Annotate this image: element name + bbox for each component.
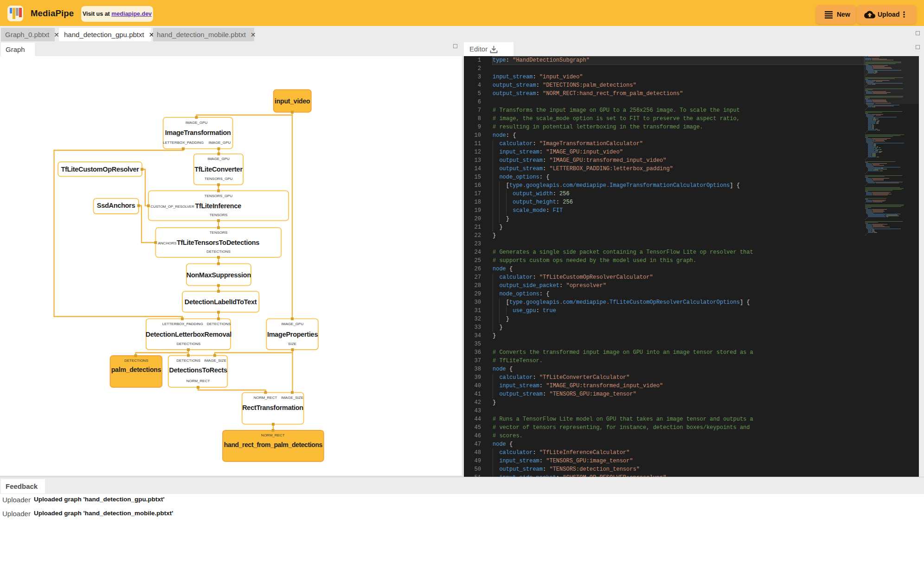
svg-text:DETECTIONS: DETECTIONS (176, 358, 200, 363)
svg-text:DetectionLetterboxRemoval: DetectionLetterboxRemoval (146, 331, 231, 338)
svg-text:NORM_RECT: NORM_RECT (261, 433, 285, 437)
svg-text:RectTransformation: RectTransformation (242, 404, 303, 411)
svg-text:TENSORS_GPU: TENSORS_GPU (205, 194, 233, 198)
svg-text:SsdAnchors: SsdAnchors (97, 202, 135, 209)
svg-text:DETECTIONS: DETECTIONS (207, 322, 231, 326)
svg-text:LETTERBOX_PADDING: LETTERBOX_PADDING (162, 322, 203, 326)
svg-text:NORM_RECT: NORM_RECT (186, 379, 210, 383)
svg-text:input_video: input_video (275, 97, 310, 105)
svg-text:DETECTIONS: DETECTIONS (124, 358, 148, 363)
svg-text:IMAGE_GPU: IMAGE_GPU (186, 121, 208, 125)
svg-text:IMAGE_GPU: IMAGE_GPU (207, 157, 230, 161)
svg-text:DETECTIONS: DETECTIONS (206, 250, 231, 254)
svg-text:TfLiteTensorsToDetections: TfLiteTensorsToDetections (177, 239, 259, 246)
svg-text:TENSORS: TENSORS (210, 230, 228, 235)
svg-text:CUSTOM_OP_RESOLVER: CUSTOM_OP_RESOLVER (151, 205, 195, 209)
svg-text:TENSORS: TENSORS (210, 213, 228, 217)
svg-text:IMAGE_SIZE: IMAGE_SIZE (281, 396, 303, 400)
svg-text:TENSORS_GPU: TENSORS_GPU (205, 177, 233, 181)
svg-text:DetectionsToRects: DetectionsToRects (169, 366, 227, 374)
svg-text:NORM_RECT: NORM_RECT (254, 396, 277, 400)
svg-text:palm_detections: palm_detections (111, 366, 161, 373)
svg-text:TfLiteInference: TfLiteInference (195, 202, 241, 210)
svg-text:DETECTIONS: DETECTIONS (177, 342, 201, 346)
svg-text:TfLiteCustomOpResolver: TfLiteCustomOpResolver (61, 166, 139, 173)
svg-text:DetectionLabelIdToText: DetectionLabelIdToText (185, 298, 257, 306)
svg-text:IMAGE_SIZE: IMAGE_SIZE (204, 358, 226, 363)
svg-text:TfLiteConverter: TfLiteConverter (194, 166, 243, 173)
svg-text:NonMaxSuppression: NonMaxSuppression (186, 271, 251, 279)
svg-text:ImageProperties: ImageProperties (267, 331, 318, 338)
svg-text:IMAGE_GPU: IMAGE_GPU (209, 141, 231, 145)
svg-text:ANCHORS: ANCHORS (158, 241, 177, 245)
svg-text:hand_rect_from_palm_detections: hand_rect_from_palm_detections (224, 441, 323, 448)
svg-text:ImageTransformation: ImageTransformation (165, 129, 231, 136)
svg-text:IMAGE_GPU: IMAGE_GPU (282, 322, 304, 326)
svg-text:LETTERBOX_PADDING: LETTERBOX_PADDING (163, 141, 204, 145)
svg-text:SIZE: SIZE (288, 342, 296, 346)
